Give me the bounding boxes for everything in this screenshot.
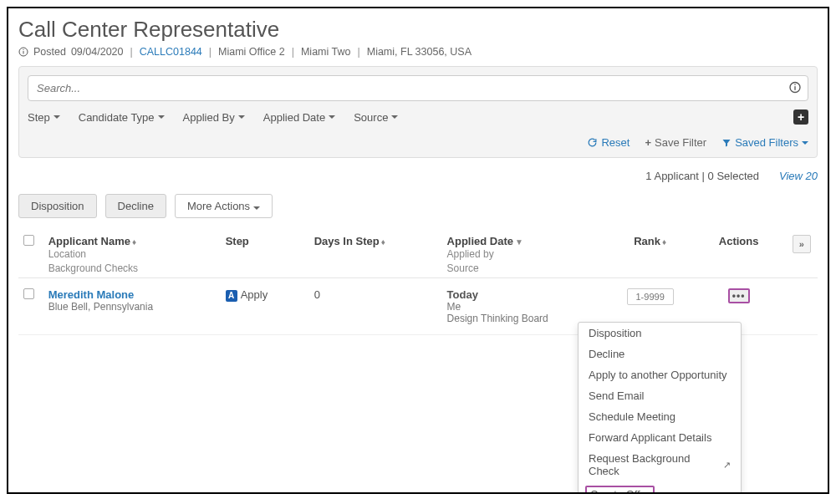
page-title: Call Center Representative bbox=[18, 17, 818, 43]
actions-menu: Disposition Decline Apply to another Opp… bbox=[578, 322, 742, 494]
svg-rect-1 bbox=[23, 51, 24, 54]
applicant-name-link[interactable]: Meredith Malone bbox=[48, 288, 135, 301]
filter-applied-by[interactable]: Applied By bbox=[183, 111, 245, 124]
search-input[interactable] bbox=[28, 75, 808, 101]
filter-source[interactable]: Source bbox=[354, 111, 398, 124]
save-filter-button[interactable]: + Save Filter bbox=[645, 136, 706, 149]
job-code-link[interactable]: CALLC01844 bbox=[140, 46, 202, 58]
menu-apply-another[interactable]: Apply to another Opportunity bbox=[579, 364, 741, 385]
office-2: Miami Two bbox=[301, 46, 351, 58]
menu-background[interactable]: Request Background Check↗ bbox=[579, 448, 741, 481]
external-link-icon: ↗ bbox=[723, 460, 731, 471]
col-applied-sub2: Source bbox=[447, 262, 605, 276]
meta-line: Posted 09/04/2020 | CALLC01844 | Miami O… bbox=[18, 46, 818, 58]
sort-desc-icon: ▼ bbox=[515, 237, 523, 247]
col-name-sub1: Location bbox=[48, 247, 216, 262]
posted-date: 09/04/2020 bbox=[71, 46, 124, 58]
menu-forward[interactable]: Forward Applicant Details bbox=[579, 427, 741, 448]
applicant-table: Applicant Name♦ Location Background Chec… bbox=[18, 228, 818, 335]
decline-button[interactable]: Decline bbox=[105, 194, 166, 218]
menu-create-offer[interactable]: Create Offer bbox=[579, 481, 741, 494]
expand-columns-button[interactable]: » bbox=[793, 235, 811, 253]
step-badge: A bbox=[226, 290, 237, 302]
chevron-down-icon bbox=[238, 115, 245, 119]
filter-candidate-type[interactable]: Candidate Type bbox=[79, 111, 165, 124]
applicant-location: Blue Bell, Pennsylvania bbox=[48, 301, 216, 313]
step-text: Apply bbox=[241, 288, 268, 301]
search-info-icon[interactable] bbox=[788, 80, 802, 96]
disposition-button[interactable]: Disposition bbox=[18, 194, 97, 218]
menu-send-email[interactable]: Send Email bbox=[579, 385, 741, 406]
filter-step[interactable]: Step bbox=[28, 111, 60, 124]
address: Miami, FL 33056, USA bbox=[367, 46, 472, 58]
chevron-down-icon bbox=[391, 115, 398, 119]
plus-icon: + bbox=[645, 136, 651, 149]
saved-filters-button[interactable]: Saved Filters bbox=[721, 136, 808, 149]
info-icon bbox=[18, 47, 28, 57]
svg-rect-5 bbox=[794, 84, 795, 84]
menu-schedule[interactable]: Schedule Meeting bbox=[579, 406, 741, 427]
menu-decline[interactable]: Decline bbox=[579, 344, 741, 364]
add-filter-button[interactable]: + bbox=[793, 109, 808, 125]
sort-icon: ♦ bbox=[132, 237, 136, 247]
col-rank[interactable]: Rank♦ bbox=[610, 228, 690, 277]
col-name[interactable]: Applicant Name♦ bbox=[48, 235, 136, 247]
sort-icon: ♦ bbox=[381, 237, 385, 247]
applicant-count: 1 Applicant | 0 Selected bbox=[645, 170, 759, 182]
svg-rect-4 bbox=[794, 86, 795, 90]
applied-by-value: Me bbox=[447, 301, 605, 313]
refresh-icon bbox=[587, 137, 598, 148]
filter-applied-date[interactable]: Applied Date bbox=[263, 111, 335, 124]
col-actions: Actions bbox=[690, 228, 788, 277]
svg-rect-2 bbox=[23, 49, 24, 50]
rank-input[interactable] bbox=[627, 288, 674, 305]
chevron-down-icon bbox=[802, 141, 808, 145]
chevron-down-icon bbox=[329, 115, 335, 119]
more-actions-button[interactable]: More Actions bbox=[175, 194, 273, 218]
filter-icon bbox=[721, 138, 732, 148]
chevron-down-icon bbox=[158, 115, 165, 119]
col-applied[interactable]: Applied Date▼ bbox=[447, 235, 523, 247]
applied-date-value: Today bbox=[447, 288, 478, 301]
col-applied-sub1: Applied by bbox=[447, 247, 605, 262]
col-days[interactable]: Days In Step♦ bbox=[309, 228, 442, 277]
reset-filter-button[interactable]: Reset bbox=[587, 136, 630, 149]
chevron-down-icon bbox=[253, 206, 260, 210]
menu-disposition[interactable]: Disposition bbox=[579, 323, 741, 344]
select-all-checkbox[interactable] bbox=[23, 235, 34, 246]
col-step: Step bbox=[221, 228, 309, 277]
col-name-sub2: Background Checks bbox=[48, 262, 216, 276]
row-checkbox[interactable] bbox=[23, 288, 34, 299]
row-actions-button[interactable]: ••• bbox=[728, 288, 750, 303]
sort-icon: ♦ bbox=[662, 237, 666, 247]
view-count-link[interactable]: View 20 bbox=[779, 170, 818, 182]
office-1: Miami Office 2 bbox=[218, 46, 285, 58]
days-value: 0 bbox=[309, 277, 442, 334]
filter-panel: Step Candidate Type Applied By Applied D… bbox=[18, 66, 818, 158]
chevron-down-icon bbox=[54, 115, 60, 119]
posted-label: Posted bbox=[33, 46, 66, 58]
